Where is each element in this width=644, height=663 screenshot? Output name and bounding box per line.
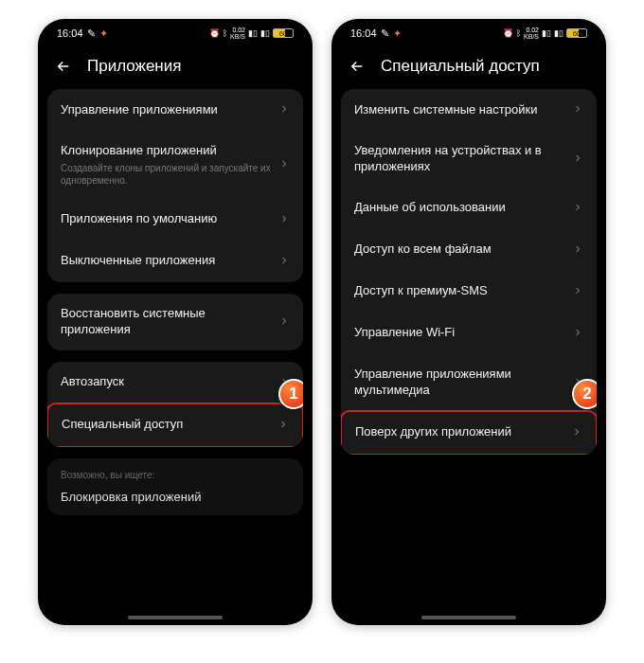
row-disabled-apps[interactable]: Выключенные приложения	[47, 241, 303, 282]
chevron-right-icon	[572, 101, 583, 118]
header: Приложения	[38, 47, 313, 89]
content-area: 2 Изменить системные настройки Уведомлен…	[331, 89, 606, 625]
suggestion-card: Возможно, вы ищете: Блокировка приложени…	[47, 458, 303, 515]
row-wifi-control[interactable]: Управление Wi-Fi	[341, 313, 597, 354]
bt-icon: ᛒ	[223, 28, 227, 38]
status-bar: 16:04 ✎ ✦ ⏰ ᛒ 0.02KB/S ▮▯ ▮▯ 60	[331, 19, 606, 47]
bt-icon: ᛒ	[516, 28, 521, 38]
row-label: Приложения по умолчанию	[61, 211, 271, 227]
chevron-right-icon	[278, 156, 290, 173]
row-autostart[interactable]: Автозапуск	[47, 362, 303, 403]
battery-icon: 60	[273, 28, 294, 38]
row-label: Автозапуск	[61, 374, 271, 390]
row-label: Управление Wi-Fi	[354, 325, 564, 341]
signal-icon-2: ▮▯	[260, 28, 270, 38]
settings-group-1: Управление приложениями Клонирование при…	[47, 89, 303, 282]
row-label: Доступ к премиум-SMS	[354, 283, 564, 299]
chevron-right-icon	[572, 242, 583, 259]
row-label: Выключенные приложения	[61, 253, 271, 269]
signal-icon: ▮▯	[248, 28, 258, 38]
phone-screen-1: 16:04 ✎ ✦ ⏰ ᛒ 0.02KB/S ▮▯ ▮▯ 60 Приложен…	[38, 19, 313, 625]
clock: 16:04	[57, 27, 83, 39]
page-title: Специальный доступ	[381, 57, 540, 76]
row-label: Клонирование приложений	[61, 143, 271, 159]
chevron-right-icon	[571, 424, 582, 441]
header: Специальный доступ	[331, 47, 606, 89]
chevron-right-icon	[572, 283, 583, 300]
step-badge-2: 2	[572, 379, 597, 409]
row-display-over-apps[interactable]: Поверх других приложений	[341, 410, 597, 455]
back-icon[interactable]	[55, 58, 72, 75]
row-label: Изменить системные настройки	[354, 102, 564, 118]
leaf-icon: ✦	[393, 27, 402, 40]
row-device-notifications[interactable]: Уведомления на устройствах и в приложени…	[341, 131, 597, 188]
chevron-right-icon	[572, 325, 583, 342]
back-icon[interactable]	[349, 58, 366, 75]
chevron-right-icon	[572, 151, 583, 168]
row-usage-data[interactable]: Данные об использовании	[341, 188, 597, 229]
home-indicator[interactable]	[128, 616, 223, 619]
row-restore-system-apps[interactable]: Восстановить системные приложения	[47, 294, 303, 350]
clock: 16:04	[350, 27, 377, 39]
row-label: Поверх других приложений	[355, 424, 564, 440]
step-badge-1: 1	[278, 379, 303, 409]
settings-group-2: Восстановить системные приложения	[47, 294, 303, 350]
phone-screen-2: 16:04 ✎ ✦ ⏰ ᛒ 0.02KB/S ▮▯ ▮▯ 60 Специаль…	[331, 19, 606, 625]
note-icon: ✎	[87, 27, 96, 40]
row-default-apps[interactable]: Приложения по умолчанию	[47, 199, 303, 241]
suggestion-heading: Возможно, вы ищете:	[61, 470, 290, 480]
row-media-apps[interactable]: Управление приложениями мультимедиа	[341, 354, 597, 411]
chevron-right-icon	[277, 417, 289, 434]
row-label: Специальный доступ	[62, 417, 270, 433]
suggestion-item[interactable]: Блокировка приложений	[61, 490, 290, 504]
settings-group-3: 1 Автозапуск Специальный доступ	[47, 362, 303, 447]
chevron-right-icon	[572, 200, 583, 217]
alarm-icon: ⏰	[503, 28, 513, 38]
row-all-files-access[interactable]: Доступ ко всем файлам	[341, 229, 597, 271]
chevron-right-icon	[278, 211, 290, 228]
net-speed: 0.02	[232, 27, 245, 33]
page-title: Приложения	[87, 57, 181, 76]
row-label: Доступ ко всем файлам	[354, 242, 564, 258]
net-speed: 0.02	[526, 27, 539, 33]
row-label: Уведомления на устройствах и в приложени…	[354, 143, 564, 175]
note-icon: ✎	[381, 27, 389, 40]
row-label: Данные об использовании	[354, 200, 564, 216]
chevron-right-icon	[278, 314, 290, 331]
row-label: Восстановить системные приложения	[61, 306, 271, 338]
leaf-icon: ✦	[99, 27, 108, 40]
status-bar: 16:04 ✎ ✦ ⏰ ᛒ 0.02KB/S ▮▯ ▮▯ 60	[38, 19, 313, 47]
row-manage-apps[interactable]: Управление приложениями	[47, 89, 303, 131]
battery-icon: 60	[566, 28, 587, 38]
row-clone-apps[interactable]: Клонирование приложений Создавайте клоны…	[47, 131, 303, 199]
chevron-right-icon	[278, 101, 290, 118]
settings-group: 2 Изменить системные настройки Уведомлен…	[341, 89, 597, 455]
row-modify-system-settings[interactable]: Изменить системные настройки	[341, 89, 597, 131]
content-area: Управление приложениями Клонирование при…	[38, 89, 313, 625]
row-subtitle: Создавайте клоны приложений и запускайте…	[61, 162, 271, 187]
row-label: Управление приложениями	[61, 102, 271, 118]
row-label: Управление приложениями мультимедиа	[354, 367, 564, 399]
signal-icon: ▮▯	[542, 28, 551, 38]
home-indicator[interactable]	[421, 616, 516, 619]
row-special-access[interactable]: Специальный доступ	[47, 403, 303, 447]
row-premium-sms[interactable]: Доступ к премиум-SMS	[341, 271, 597, 313]
alarm-icon: ⏰	[209, 28, 220, 38]
chevron-right-icon	[278, 253, 290, 270]
signal-icon-2: ▮▯	[554, 28, 564, 38]
